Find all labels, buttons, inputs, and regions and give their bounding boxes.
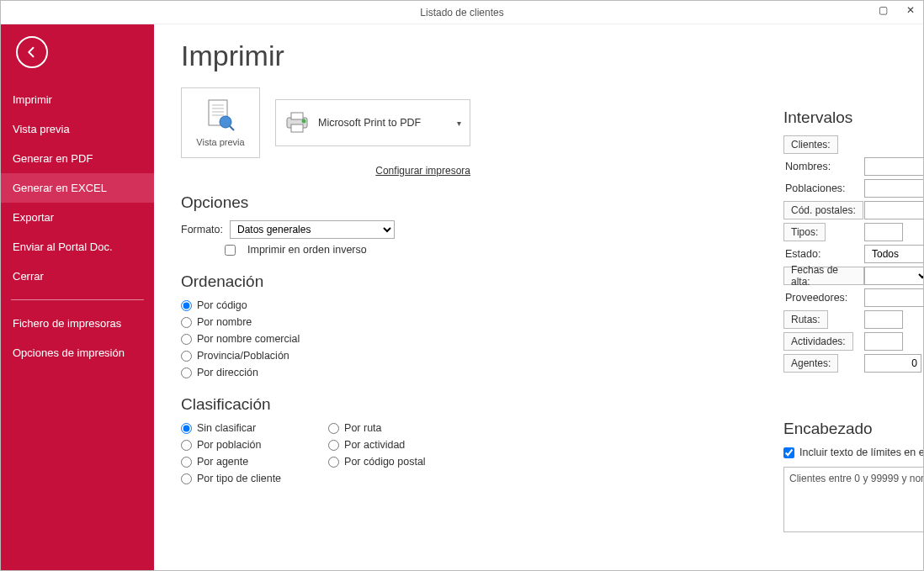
- sidebar-item-fichero-impresoras[interactable]: Fichero de impresoras: [1, 309, 154, 338]
- actividades-label-button[interactable]: Actividades:: [783, 332, 853, 351]
- svg-point-5: [220, 116, 231, 128]
- sidebar-item-generar-pdf[interactable]: Generar en PDF: [1, 144, 154, 173]
- window: Listado de clientes ▢ ✕ Imprimir Vista p…: [0, 0, 924, 571]
- sidebar-item-imprimir[interactable]: Imprimir: [1, 85, 154, 114]
- window-title: Listado de clientes: [420, 7, 503, 19]
- proveedores-row: a:: [864, 288, 923, 307]
- right-column: Intervalos Clientes: a: Nombres: a: P: [783, 108, 923, 535]
- sidebar-item-enviar-portal[interactable]: Enviar al Portal Doc.: [1, 232, 154, 262]
- printer-name: Microsoft Print to PDF: [318, 117, 449, 129]
- clas-por-agente[interactable]: Por agente: [181, 456, 281, 468]
- clas-sin-clasificar[interactable]: Sin clasificar: [181, 422, 281, 434]
- svg-point-10: [302, 119, 306, 124]
- rutas-from-input[interactable]: [864, 310, 903, 329]
- agentes-from-input[interactable]: [864, 354, 921, 373]
- svg-rect-9: [291, 124, 303, 132]
- clas-por-poblacion[interactable]: Por población: [181, 439, 281, 451]
- sidebar-item-exportar[interactable]: Exportar: [1, 203, 154, 232]
- actividades-from-input[interactable]: [864, 332, 903, 351]
- formato-label: Formato:: [181, 224, 223, 235]
- estado-row: Todos: [864, 245, 923, 263]
- codpostales-label-button[interactable]: Cód. postales:: [783, 201, 863, 219]
- printer-selector[interactable]: Microsoft Print to PDF ▾: [275, 99, 470, 146]
- sidebar-separator: [11, 299, 144, 300]
- sidebar: Imprimir Vista previa Generar en PDF Gen…: [1, 24, 154, 570]
- back-button[interactable]: [16, 36, 48, 68]
- encabezado-check-row[interactable]: Incluir texto de límites en el encabezad…: [783, 447, 923, 458]
- clientes-label-button[interactable]: Clientes:: [783, 135, 838, 154]
- maximize-icon[interactable]: ▢: [874, 3, 893, 18]
- poblaciones-label: Poblaciones:: [783, 182, 846, 194]
- fechasalta-from-select[interactable]: [864, 267, 923, 285]
- codpostales-from-input[interactable]: [864, 201, 923, 219]
- printer-icon: [284, 111, 310, 135]
- agentes-row: a:: [864, 354, 923, 373]
- page-title: Imprimir: [181, 40, 893, 72]
- fechasalta-row: a: 31/12/2022: [864, 267, 923, 285]
- preview-button[interactable]: Vista previa: [181, 87, 260, 158]
- tipos-label-button[interactable]: Tipos:: [783, 223, 826, 241]
- intervalos-heading: Intervalos: [783, 108, 923, 127]
- body: Imprimir Vista previa Generar en PDF Gen…: [1, 24, 923, 570]
- agentes-label-button[interactable]: Agentes:: [783, 354, 838, 373]
- encabezado-textarea[interactable]: [783, 467, 923, 532]
- sidebar-item-vista-previa[interactable]: Vista previa: [1, 114, 154, 144]
- nombres-row: a:: [864, 157, 923, 176]
- tipos-from-input[interactable]: [864, 223, 903, 241]
- window-controls: ▢ ✕: [874, 3, 920, 18]
- sidebar-item-generar-excel[interactable]: Generar en EXCEL: [1, 173, 154, 203]
- poblaciones-from-input[interactable]: [864, 179, 923, 198]
- fechasalta-label-button[interactable]: Fechas de alta:: [783, 267, 864, 285]
- formato-select[interactable]: Datos generales: [230, 220, 395, 239]
- reverse-checkbox[interactable]: [225, 245, 236, 256]
- tipos-row: a:: [864, 223, 923, 241]
- clas-por-tipo-cliente[interactable]: Por tipo de cliente: [181, 473, 281, 484]
- clas-por-codigo-postal[interactable]: Por código postal: [328, 456, 426, 468]
- rutas-label-button[interactable]: Rutas:: [783, 310, 828, 329]
- clas-por-ruta[interactable]: Por ruta: [328, 422, 426, 434]
- nombres-from-input[interactable]: [864, 157, 923, 176]
- proveedores-label: Proveedores:: [783, 292, 847, 304]
- document-magnifier-icon: [205, 98, 236, 134]
- encabezado-checkbox[interactable]: [783, 447, 794, 458]
- titlebar: Listado de clientes ▢ ✕: [1, 1, 923, 24]
- nombres-label: Nombres:: [783, 161, 831, 172]
- preview-label: Vista previa: [196, 137, 244, 147]
- rutas-row: a:: [864, 310, 923, 329]
- actividades-row: a:: [864, 332, 923, 351]
- close-icon[interactable]: ✕: [901, 3, 920, 18]
- clas-por-actividad[interactable]: Por actividad: [328, 439, 426, 451]
- reverse-label: Imprimir en orden inverso: [247, 244, 367, 256]
- proveedores-from-input[interactable]: [864, 288, 923, 307]
- svg-rect-8: [291, 113, 303, 119]
- config-printer-link-row: Configurar impresora: [181, 165, 470, 177]
- chevron-down-icon: ▾: [457, 119, 461, 128]
- sidebar-item-opciones-impresion[interactable]: Opciones de impresión: [1, 338, 154, 367]
- content: Imprimir Vista previa Microsoft Print to…: [154, 24, 923, 570]
- codpostales-row: a:: [864, 201, 923, 219]
- estado-select[interactable]: Todos: [864, 245, 923, 263]
- sidebar-item-cerrar[interactable]: Cerrar: [1, 262, 154, 291]
- encabezado-heading: Encabezado: [783, 420, 923, 438]
- config-printer-link[interactable]: Configurar impresora: [375, 165, 470, 177]
- estado-label: Estado:: [783, 248, 820, 260]
- svg-line-6: [230, 126, 234, 130]
- poblaciones-row: a:: [864, 179, 923, 198]
- arrow-left-icon: [24, 45, 40, 60]
- encabezado-check-label: Incluir texto de límites en el encabezad…: [799, 447, 923, 458]
- clientes-row: a:: [864, 135, 923, 154]
- intervalos-grid: Clientes: a: Nombres: a: Poblaciones:: [783, 135, 923, 373]
